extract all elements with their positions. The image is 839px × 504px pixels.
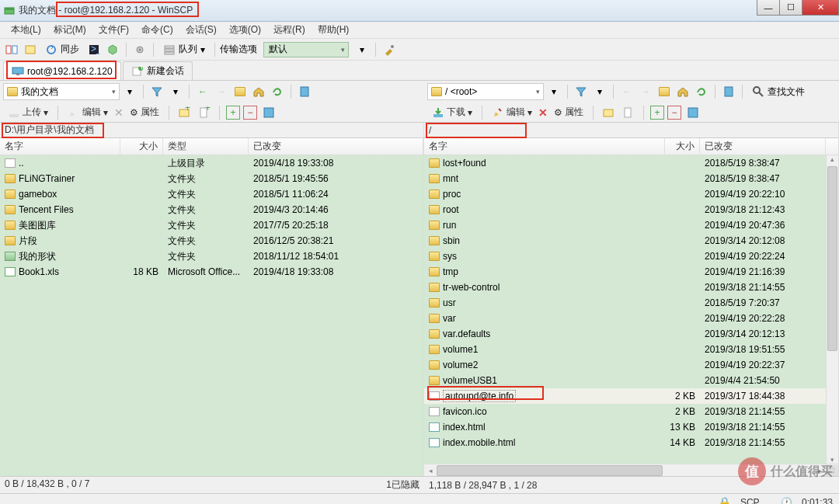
list-item[interactable]: usr2018/5/19 7:20:37 <box>424 295 826 311</box>
list-item[interactable]: var2019/4/19 20:22:28 <box>424 311 826 326</box>
new-folder-icon[interactable]: + <box>176 104 193 121</box>
list-item[interactable]: lost+found2018/5/19 8:38:47 <box>424 155 826 171</box>
menu-session[interactable]: 会话(S) <box>179 22 223 38</box>
col-mod[interactable]: 已改变 <box>249 138 423 155</box>
menu-mark[interactable]: 标记(M) <box>47 22 92 38</box>
list-item[interactable]: var.defaults2019/3/14 20:12:13 <box>424 326 826 342</box>
plus-icon-r[interactable]: + <box>650 106 664 120</box>
list-item[interactable]: volumeUSB12019/4/4 21:54:50 <box>424 373 826 388</box>
col-size[interactable]: 大小 <box>120 138 163 155</box>
edit-button-right[interactable]: 编辑 ▾ <box>489 104 535 120</box>
col-size[interactable]: 大小 <box>665 138 700 155</box>
left-refresh-icon[interactable] <box>269 83 286 100</box>
menu-command[interactable]: 命令(C) <box>135 22 179 38</box>
scrollbar-thumb[interactable] <box>827 166 837 351</box>
plus-icon[interactable]: + <box>226 106 240 120</box>
list-item[interactable]: 片段文件夹2016/12/5 20:38:21 <box>0 233 423 249</box>
list-item[interactable]: gamebox文件夹2018/5/1 11:06:24 <box>0 186 423 202</box>
list-item[interactable]: mnt2018/5/19 8:38:47 <box>424 171 826 186</box>
list-item[interactable]: volume22019/4/19 20:22:37 <box>424 357 826 373</box>
left-dropdown-icon[interactable]: ▾ <box>121 83 138 100</box>
right-bookmark-icon[interactable] <box>720 83 737 100</box>
minimize-button[interactable]: — <box>757 0 780 16</box>
right-home-icon[interactable] <box>674 83 691 100</box>
list-item[interactable]: sys2019/4/19 20:22:24 <box>424 249 826 264</box>
toolbar-icon-2[interactable] <box>22 41 39 58</box>
left-home-icon[interactable] <box>250 83 267 100</box>
maximize-button[interactable]: ☐ <box>779 0 802 16</box>
list-item[interactable]: run2019/4/19 20:47:36 <box>424 217 826 233</box>
left-file-list[interactable]: ..上级目录2019/4/18 19:33:08FLiNGTrainer文件夹2… <box>0 155 423 476</box>
list-item[interactable]: 美图图库文件夹2017/7/5 20:25:18 <box>0 217 423 233</box>
edit-button-left[interactable]: 编辑 ▾ <box>64 104 111 120</box>
view-icon-r[interactable] <box>684 104 701 121</box>
right-up-icon[interactable] <box>656 83 673 100</box>
right-filter-icon[interactable] <box>573 83 590 100</box>
menu-file[interactable]: 文件(F) <box>92 22 135 38</box>
toolbar-terminal-icon[interactable]: >_ <box>85 41 103 58</box>
list-item[interactable]: Book1.xls18 KBMicrosoft Office...2019/4/… <box>0 264 423 280</box>
list-item[interactable]: FLiNGTrainer文件夹2018/5/1 19:45:56 <box>0 171 423 186</box>
transfer-dropdown[interactable]: 默认 <box>263 42 349 57</box>
col-name[interactable]: 名字 <box>424 138 665 155</box>
right-dropdown2-icon[interactable]: ▾ <box>591 83 608 100</box>
new-file-icon-r[interactable] <box>620 104 637 121</box>
list-item[interactable]: index.html13 KB2019/3/18 21:14:55 <box>424 419 826 435</box>
col-type[interactable]: 类型 <box>163 138 249 155</box>
toolbar-gear-icon[interactable] <box>131 41 148 58</box>
col-mod[interactable]: 已改变 <box>700 138 826 155</box>
view-icon[interactable] <box>260 104 277 121</box>
left-up-icon[interactable] <box>232 83 249 100</box>
minus-icon[interactable]: − <box>243 106 257 120</box>
download-button[interactable]: 下载 ▾ <box>429 104 475 120</box>
upload-button[interactable]: 上传 ▾ <box>5 104 51 120</box>
find-button[interactable]: 查找文件 <box>747 84 809 100</box>
col-name[interactable]: 名字 <box>0 138 120 155</box>
menu-remote[interactable]: 远程(R) <box>267 22 312 38</box>
queue-button[interactable]: 队列 ▾ <box>158 41 210 57</box>
list-item[interactable]: volume12019/3/18 19:51:55 <box>424 342 826 357</box>
props-button-right[interactable]: ⚙ 属性 <box>551 104 587 120</box>
left-forward-icon[interactable]: → <box>213 83 230 100</box>
left-bookmark-icon[interactable] <box>296 83 313 100</box>
list-item[interactable]: proc2019/4/19 20:22:10 <box>424 186 826 202</box>
menu-local[interactable]: 本地(L) <box>5 22 47 38</box>
list-item[interactable]: 我的形状文件夹2018/11/12 18:54:01 <box>0 249 423 264</box>
delete-icon-right[interactable]: ✕ <box>538 106 548 119</box>
delete-icon[interactable]: ✕ <box>114 106 124 119</box>
toolbar-icon-1[interactable] <box>3 41 20 58</box>
right-refresh-icon[interactable] <box>693 83 710 100</box>
new-session-tab[interactable]: + 新建会话 <box>123 61 193 80</box>
new-folder-icon-r[interactable] <box>600 104 617 121</box>
list-item[interactable]: sbin2019/3/14 20:12:08 <box>424 233 826 249</box>
left-dropdown2-icon[interactable]: ▾ <box>167 83 184 100</box>
right-scrollbar[interactable]: ▴ ▾ <box>826 155 838 464</box>
list-item[interactable]: autoupd@te.info2 KB2019/3/17 18:44:38 <box>424 388 826 404</box>
session-tab-active[interactable]: root@192.168.2.120 <box>3 61 121 80</box>
props-button-left[interactable]: ⚙ 属性 <box>127 104 162 120</box>
right-back-icon[interactable]: ← <box>618 83 635 100</box>
right-location-box[interactable]: / <root> <box>427 83 544 100</box>
toolbar-sync2-icon[interactable] <box>104 41 121 58</box>
left-back-icon[interactable]: ← <box>194 83 211 100</box>
menu-options[interactable]: 选项(O) <box>223 22 267 38</box>
left-location-box[interactable]: 我的文档 <box>3 83 120 100</box>
toolbar-tool-icon[interactable] <box>381 41 398 58</box>
menu-help[interactable]: 帮助(H) <box>312 22 356 38</box>
right-forward-icon[interactable]: → <box>637 83 654 100</box>
right-file-list[interactable]: lost+found2018/5/19 8:38:47mnt2018/5/19 … <box>424 155 826 464</box>
list-item[interactable]: ..上级目录2019/4/18 19:33:08 <box>0 155 423 171</box>
list-item[interactable]: Tencent Files文件夹2019/4/3 20:14:46 <box>0 202 423 217</box>
list-item[interactable]: root2019/3/18 21:12:43 <box>424 202 826 217</box>
close-button[interactable]: ✕ <box>802 0 839 16</box>
list-item[interactable]: tmp2019/4/19 21:16:39 <box>424 264 826 280</box>
new-file-icon[interactable]: + <box>196 104 213 121</box>
sync-button[interactable]: 同步 <box>40 41 84 57</box>
list-item[interactable]: favicon.ico2 KB2019/3/18 21:14:55 <box>424 404 826 419</box>
transfer-settings-icon[interactable]: ▾ <box>353 41 371 58</box>
list-item[interactable]: tr-web-control2019/3/18 21:14:55 <box>424 280 826 295</box>
list-item[interactable]: index.mobile.html14 KB2019/3/18 21:14:55 <box>424 435 826 450</box>
left-filter-icon[interactable] <box>148 83 165 100</box>
right-dropdown-icon[interactable]: ▾ <box>545 83 562 100</box>
minus-icon-r[interactable]: − <box>667 106 681 120</box>
